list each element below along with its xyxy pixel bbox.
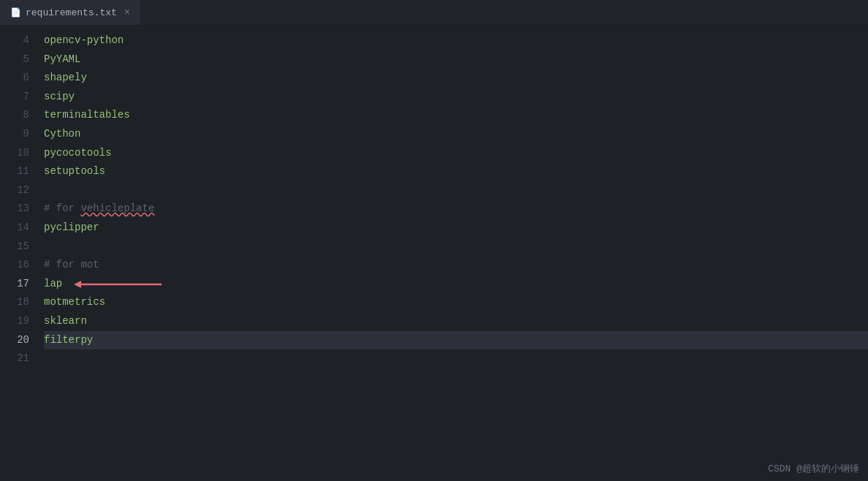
editor-content: 456789101112131415161718192021 opencv-py… <box>0 26 868 481</box>
tab-filename: requirements.txt <box>26 7 117 18</box>
tab-bar: 📄 requirements.txt × <box>0 0 868 26</box>
line-number: 14 <box>0 219 38 238</box>
code-line <box>44 349 868 368</box>
code-text: filterpy <box>44 331 93 350</box>
code-text: pycocotools <box>44 144 111 163</box>
line-number: 18 <box>0 293 38 312</box>
line-number: 7 <box>0 88 38 107</box>
line-number: 20 <box>0 331 38 350</box>
code-text: scipy <box>44 88 75 107</box>
line-number: 4 <box>0 31 38 50</box>
code-text: lap <box>44 275 62 294</box>
line-number: 19 <box>0 312 38 331</box>
code-line: shapely <box>44 69 868 88</box>
code-area[interactable]: opencv-pythonPyYAMLshapelyscipyterminalt… <box>38 26 868 481</box>
code-line: opencv-python <box>44 31 868 50</box>
code-line: terminaltables <box>44 106 868 125</box>
comment-text: # for mot <box>44 256 99 275</box>
file-icon: 📄 <box>10 7 21 18</box>
line-numbers: 456789101112131415161718192021 <box>0 26 38 481</box>
code-line <box>44 181 868 200</box>
code-line: lap <box>44 275 868 294</box>
code-text: pyclipper <box>44 219 99 238</box>
tab-close-button[interactable]: × <box>124 7 130 18</box>
line-number: 15 <box>0 238 38 257</box>
editor-window: 📄 requirements.txt × 4567891011121314151… <box>0 0 868 481</box>
line-number: 10 <box>0 144 38 163</box>
line-number: 21 <box>0 349 38 368</box>
svg-marker-1 <box>74 281 81 288</box>
watermark: CSDN @超软的小钢锤 <box>768 462 859 475</box>
code-line: Cython <box>44 125 868 144</box>
code-text: PyYAML <box>44 50 80 69</box>
code-line: # for mot <box>44 256 868 275</box>
code-text: motmetrics <box>44 293 105 312</box>
code-text: sklearn <box>44 312 87 331</box>
line-number: 11 <box>0 162 38 181</box>
line-number: 13 <box>0 200 38 219</box>
editor-tab[interactable]: 📄 requirements.txt × <box>0 0 141 25</box>
line-number: 17 <box>0 275 38 294</box>
code-line: filterpy <box>44 331 868 350</box>
code-text: terminaltables <box>44 106 130 125</box>
code-line: sklearn <box>44 312 868 331</box>
code-line: setuptools <box>44 162 868 181</box>
code-line: PyYAML <box>44 50 868 69</box>
line-number: 6 <box>0 69 38 88</box>
line-number: 12 <box>0 181 38 200</box>
code-line: pyclipper <box>44 219 868 238</box>
line-number: 16 <box>0 256 38 275</box>
line-number: 8 <box>0 106 38 125</box>
code-line: scipy <box>44 88 868 107</box>
code-line: # for vehicleplate <box>44 200 868 219</box>
code-line: motmetrics <box>44 293 868 312</box>
code-text: setuptools <box>44 162 105 181</box>
line-number: 5 <box>0 50 38 69</box>
line-number: 9 <box>0 125 38 144</box>
code-text: opencv-python <box>44 31 124 50</box>
arrow-annotation <box>74 276 169 292</box>
code-line <box>44 238 868 257</box>
code-text: shapely <box>44 69 87 88</box>
code-line: pycocotools <box>44 144 868 163</box>
code-text: Cython <box>44 125 80 144</box>
comment-text: # for vehicleplate <box>44 200 154 219</box>
